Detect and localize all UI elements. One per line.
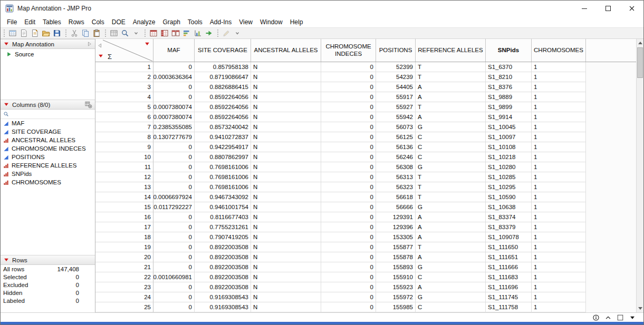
scroll-up-arrow[interactable] bbox=[637, 39, 643, 47]
cell-reference_alleles[interactable]: A bbox=[416, 232, 486, 242]
cell-chromosome_indeces[interactable]: 0 bbox=[321, 62, 376, 72]
row-number[interactable]: 16 bbox=[95, 212, 153, 222]
cell-maf[interactable]: 0.0007380074 bbox=[153, 102, 195, 112]
cell-chromosome_indeces[interactable]: 0 bbox=[321, 102, 376, 112]
cell-reference_alleles[interactable]: C bbox=[416, 272, 486, 282]
row-number[interactable]: 20 bbox=[95, 252, 153, 262]
cell-chromosome_indeces[interactable]: 0 bbox=[321, 122, 376, 132]
cell-maf[interactable]: 0.2385355085 bbox=[153, 122, 195, 132]
cell-reference_alleles[interactable]: T bbox=[416, 102, 486, 112]
cell-chromosome_indeces[interactable]: 0 bbox=[321, 252, 376, 262]
cell-snpids[interactable]: S1_111650 bbox=[486, 242, 532, 252]
cell-site_coverage[interactable]: 0.8922003508 bbox=[195, 272, 251, 282]
cell-reference_alleles[interactable]: A bbox=[416, 112, 486, 122]
annotate-button[interactable] bbox=[220, 28, 232, 38]
cell-chromosomes[interactable]: 1 bbox=[532, 142, 586, 152]
cell-chromosome_indeces[interactable]: 0 bbox=[321, 272, 376, 282]
info-icon[interactable] bbox=[592, 314, 600, 321]
cell-positions[interactable]: 55917 bbox=[376, 92, 416, 102]
cell-ancestral_alleles[interactable]: N bbox=[251, 302, 321, 312]
cell-chromosomes[interactable]: 1 bbox=[532, 102, 586, 112]
cell-chromosome_indeces[interactable]: 0 bbox=[321, 182, 376, 192]
cell-snpids[interactable]: S1_10097 bbox=[486, 132, 532, 142]
data-table-red-button[interactable] bbox=[148, 28, 159, 38]
cell-chromosomes[interactable]: 1 bbox=[532, 282, 586, 292]
cell-maf[interactable]: 0 bbox=[153, 82, 195, 92]
overflow-chevron-button[interactable] bbox=[232, 28, 243, 38]
rows-stat-excluded[interactable]: Excluded0 bbox=[1, 281, 95, 289]
cell-positions[interactable]: 56246 bbox=[376, 152, 416, 162]
dropdown-triangle-icon[interactable] bbox=[629, 314, 636, 321]
cell-site_coverage[interactable]: 0.9467343092 bbox=[195, 192, 251, 202]
cell-chromosomes[interactable]: 1 bbox=[532, 92, 586, 102]
row-number[interactable]: 6 bbox=[95, 112, 153, 122]
cell-chromosome_indeces[interactable]: 0 bbox=[321, 212, 376, 222]
cell-site_coverage[interactable]: 0.7698161006 bbox=[195, 172, 251, 182]
cell-chromosomes[interactable]: 1 bbox=[532, 242, 586, 252]
vertical-scrollbar[interactable] bbox=[636, 39, 643, 312]
cell-reference_alleles[interactable]: C bbox=[416, 132, 486, 142]
cell-positions[interactable]: 54405 bbox=[376, 82, 416, 92]
cell-maf[interactable]: 0 bbox=[153, 172, 195, 182]
cell-reference_alleles[interactable]: G bbox=[416, 122, 486, 132]
cell-site_coverage[interactable]: 0.8922003508 bbox=[195, 252, 251, 262]
cell-reference_alleles[interactable]: T bbox=[416, 72, 486, 82]
cell-chromosomes[interactable]: 1 bbox=[532, 132, 586, 142]
overflow-chevron-button[interactable] bbox=[130, 28, 141, 38]
column-item-positions[interactable]: POSITIONS bbox=[1, 153, 95, 161]
cell-maf[interactable]: 0.0006697924 bbox=[153, 192, 195, 202]
row-number[interactable]: 22 bbox=[95, 272, 153, 282]
row-number[interactable]: 8 bbox=[95, 132, 153, 142]
column-item-chromosome-indeces[interactable]: CHROMOSOME INDECES bbox=[1, 144, 95, 153]
caret-up-icon[interactable] bbox=[604, 314, 612, 321]
cell-snpids[interactable]: S1_83379 bbox=[486, 222, 532, 232]
row-number[interactable]: 13 bbox=[95, 182, 153, 192]
cell-ancestral_alleles[interactable]: N bbox=[251, 82, 321, 92]
cell-site_coverage[interactable]: 0.8826886415 bbox=[195, 82, 251, 92]
cell-site_coverage[interactable]: 0.8592264056 bbox=[195, 112, 251, 122]
cell-ancestral_alleles[interactable]: N bbox=[251, 262, 321, 272]
cell-chromosome_indeces[interactable]: 0 bbox=[321, 112, 376, 122]
cell-chromosomes[interactable]: 1 bbox=[532, 122, 586, 132]
cell-maf[interactable]: 0 bbox=[153, 302, 195, 312]
cell-positions[interactable]: 155877 bbox=[376, 242, 416, 252]
cell-snpids[interactable]: S1_111651 bbox=[486, 252, 532, 262]
cell-site_coverage[interactable]: 0.8922003508 bbox=[195, 282, 251, 292]
cell-ancestral_alleles[interactable]: N bbox=[251, 292, 321, 302]
cell-chromosomes[interactable]: 1 bbox=[532, 72, 586, 82]
cell-ancestral_alleles[interactable]: N bbox=[251, 252, 321, 262]
cell-snpids[interactable]: S1_109078 bbox=[486, 232, 532, 242]
rows-stat-hidden[interactable]: Hidden0 bbox=[1, 289, 95, 297]
column-header-chromosomes[interactable]: CHROMOSOMES bbox=[532, 39, 586, 62]
row-number[interactable]: 19 bbox=[95, 242, 153, 252]
cell-ancestral_alleles[interactable]: N bbox=[251, 112, 321, 122]
status-box-icon[interactable] bbox=[617, 314, 624, 321]
row-number[interactable]: 11 bbox=[95, 162, 153, 172]
cell-maf[interactable]: 0 bbox=[153, 162, 195, 172]
cell-maf[interactable]: 0.0010660981 bbox=[153, 272, 195, 282]
cell-reference_alleles[interactable]: G bbox=[416, 202, 486, 212]
cell-ancestral_alleles[interactable]: N bbox=[251, 62, 321, 72]
cell-ancestral_alleles[interactable]: N bbox=[251, 272, 321, 282]
row-number[interactable]: 1 bbox=[95, 62, 153, 72]
cell-maf[interactable]: 0.0117292227 bbox=[153, 202, 195, 212]
paste-button[interactable] bbox=[91, 28, 102, 38]
cell-reference_alleles[interactable]: G bbox=[416, 262, 486, 272]
cell-chromosome_indeces[interactable]: 0 bbox=[321, 172, 376, 182]
column-header-chromosome_indeces[interactable]: CHROMOSOME INDECES bbox=[321, 39, 376, 62]
cell-snpids[interactable]: S1_111696 bbox=[486, 282, 532, 292]
cell-chromosome_indeces[interactable]: 0 bbox=[321, 282, 376, 292]
menu-cols[interactable]: Cols bbox=[88, 17, 108, 27]
cell-reference_alleles[interactable]: T bbox=[416, 172, 486, 182]
cell-positions[interactable]: 56308 bbox=[376, 162, 416, 172]
cell-snpids[interactable]: S1_10108 bbox=[486, 142, 532, 152]
cell-positions[interactable]: 55942 bbox=[376, 112, 416, 122]
cell-chromosome_indeces[interactable]: 0 bbox=[321, 292, 376, 302]
cell-snpids[interactable]: S1_111758 bbox=[486, 302, 532, 312]
menu-doe[interactable]: DOE bbox=[108, 17, 129, 27]
cell-snpids[interactable]: S1_10638 bbox=[486, 202, 532, 212]
cell-positions[interactable]: 56073 bbox=[376, 122, 416, 132]
cell-chromosomes[interactable]: 1 bbox=[532, 232, 586, 242]
cell-ancestral_alleles[interactable]: N bbox=[251, 152, 321, 162]
search-button[interactable] bbox=[119, 28, 130, 38]
